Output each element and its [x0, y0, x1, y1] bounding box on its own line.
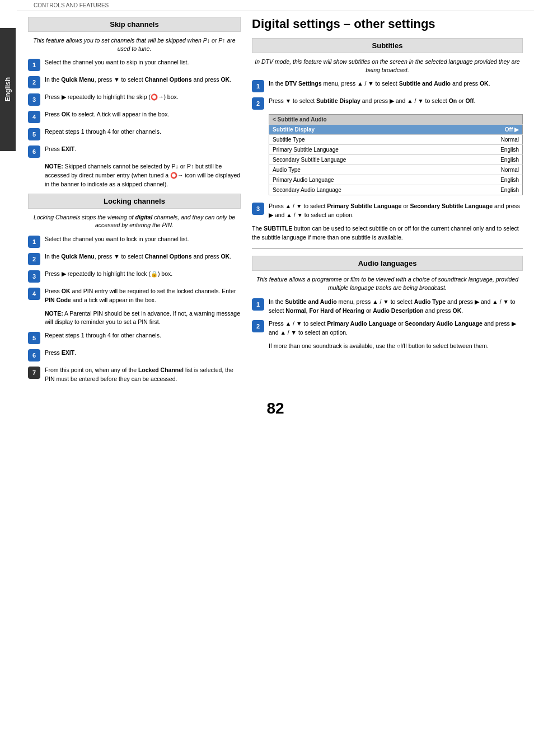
secondary-audio-label: Secondary Audio Language — [269, 185, 462, 195]
subtitle-display-value: Off ▶ — [462, 125, 523, 135]
skip-step-4-text: Press OK to select. A tick will appear i… — [45, 110, 169, 119]
locking-channels-section: Locking channels Locking Channels stops … — [28, 194, 241, 384]
sub-step-1: 1 In the DTV Settings menu, press ▲ / ▼ … — [252, 79, 523, 92]
two-column-layout: Skip channels This feature allows you to… — [28, 17, 523, 388]
main-section-title: Digital settings – other settings — [252, 17, 523, 31]
table-row-subtitle-display: Subtitle Display Off ▶ — [269, 125, 523, 135]
audio-description: This feature allows a programme or film … — [252, 275, 523, 292]
table-row-secondary-subtitle: Secondary Subtitle Language English — [269, 155, 523, 165]
page-number: 82 — [28, 400, 523, 417]
lock-step-2-text: In the Quick Menu, press ▼ to select Cha… — [45, 252, 231, 261]
skip-channels-title: Skip channels — [28, 17, 241, 32]
sub-step-3-text: Press ▲ / ▼ to select Primary Subtitle L… — [269, 202, 523, 220]
step-num-1: 1 — [28, 59, 40, 71]
lock-step-5-text: Repeat steps 1 through 4 for other chann… — [45, 331, 161, 340]
main-content: Skip channels This feature allows you to… — [17, 11, 534, 429]
locking-channels-title: Locking channels — [28, 194, 241, 209]
lock-step-6: 6 Press EXIT. — [28, 349, 241, 361]
step-num-6: 6 — [28, 145, 40, 158]
audio-step-1: 1 In the Subtitle and Audio menu, press … — [252, 298, 523, 316]
lock-step-6-text: Press EXIT. — [45, 349, 76, 358]
audio-languages-section: Audio languages This feature allows a pr… — [252, 256, 523, 350]
lock-step-num-3: 3 — [28, 270, 40, 283]
locking-description: Locking Channels stops the viewing of di… — [28, 213, 241, 229]
lock-step-2: 2 In the Quick Menu, press ▼ to select C… — [28, 252, 241, 265]
primary-subtitle-label: Primary Subtitle Language — [269, 145, 462, 155]
skip-channels-description: This feature allows you to set channels … — [28, 36, 241, 53]
skip-step-2: 2 In the Quick Menu, press ▼ to select C… — [28, 76, 241, 88]
skip-step-6-text: Press EXIT. — [45, 145, 76, 154]
lock-step-4: 4 Press OK and PIN entry will be require… — [28, 287, 241, 305]
subtitles-description: In DTV mode, this feature will show subt… — [252, 58, 523, 74]
table-row-primary-audio: Primary Audio Language English — [269, 175, 523, 185]
step-num-2: 2 — [28, 76, 40, 88]
audio-step-num-1: 1 — [252, 298, 264, 311]
skip-step-3: 3 Press ▶ repeatedly to highlight the sk… — [28, 93, 241, 106]
subtitle-table-container: < Subtitle and Audio Subtitle Display Of… — [269, 114, 523, 195]
sub-step-2: 2 Press ▼ to select Subtitle Display and… — [252, 97, 523, 110]
subtitle-type-label: Subtitle Type — [269, 135, 462, 145]
skip-note: NOTE: Skipped channels cannot be selecte… — [45, 162, 241, 189]
sub-step-3: 3 Press ▲ / ▼ to select Primary Subtitle… — [252, 202, 523, 220]
primary-audio-value: English — [462, 175, 523, 185]
step-num-4: 4 — [28, 111, 40, 123]
skip-step-6: 6 Press EXIT. — [28, 145, 241, 158]
lock-step-4-text: Press OK and PIN entry will be required … — [45, 287, 241, 305]
skip-step-2-text: In the Quick Menu, press ▼ to select Cha… — [45, 76, 231, 84]
side-tab-label: English — [4, 77, 12, 101]
secondary-audio-value: English — [462, 185, 523, 195]
right-column: Digital settings – other settings Subtit… — [252, 17, 523, 388]
primary-subtitle-value: English — [462, 145, 523, 155]
page: CONTROLS AND FEATURES English Skip chann… — [0, 0, 534, 756]
lock-step-1-text: Select the channel you want to lock in y… — [45, 235, 189, 244]
page-header: CONTROLS AND FEATURES — [17, 0, 534, 11]
audio-type-value: Normal — [462, 165, 523, 175]
lock-step-7-text: From this point on, when any of the Lock… — [45, 366, 241, 384]
lock-step-3-text: Press ▶ repeatedly to highlight the lock… — [45, 270, 172, 279]
side-tab: English — [0, 28, 16, 151]
audio-step-2: 2 Press ▲ / ▼ to select Primary Audio La… — [252, 320, 523, 337]
skip-step-1: 1 Select the channel you want to skip in… — [28, 58, 241, 71]
audio-languages-title: Audio languages — [252, 256, 523, 271]
lock-step-num-1: 1 — [28, 236, 40, 248]
left-column: Skip channels This feature allows you to… — [28, 17, 241, 388]
lock-step-3: 3 Press ▶ repeatedly to highlight the lo… — [28, 270, 241, 283]
step-num-3: 3 — [28, 93, 40, 106]
lock-step-num-6: 6 — [28, 349, 40, 361]
table-header-row: < Subtitle and Audio — [269, 115, 523, 125]
lock-step-7: 7 From this point on, when any of the Lo… — [28, 366, 241, 384]
audio-step-1-text: In the Subtitle and Audio menu, press ▲ … — [269, 298, 523, 316]
secondary-subtitle-label: Secondary Subtitle Language — [269, 155, 462, 165]
lock-step-5: 5 Repeat steps 1 through 4 for other cha… — [28, 331, 241, 344]
skip-step-3-text: Press ▶ repeatedly to highlight the skip… — [45, 93, 179, 102]
lock-step-num-5: 5 — [28, 332, 40, 344]
primary-audio-label: Primary Audio Language — [269, 175, 462, 185]
subtitle-audio-table: < Subtitle and Audio Subtitle Display Of… — [269, 114, 523, 195]
sub-step-num-2: 2 — [252, 97, 264, 110]
lock-step-1: 1 Select the channel you want to lock in… — [28, 235, 241, 248]
skip-step-5-text: Repeat steps 1 through 4 for other chann… — [45, 128, 161, 137]
skip-channels-section: Skip channels This feature allows you to… — [28, 17, 241, 189]
audio-note: If more than one soundtrack is available… — [269, 342, 523, 351]
sub-step-1-text: In the DTV Settings menu, press ▲ / ▼ to… — [269, 79, 490, 88]
audio-step-2-text: Press ▲ / ▼ to select Primary Audio Lang… — [269, 320, 523, 337]
step-num-5: 5 — [28, 128, 40, 140]
subtitles-section: Subtitles In DTV mode, this feature will… — [252, 38, 523, 242]
header-label: CONTROLS AND FEATURES — [34, 2, 109, 8]
lock-step-num-7: 7 — [28, 367, 40, 379]
audio-type-label: Audio Type — [269, 165, 462, 175]
lock-note: NOTE: A Parental PIN should be set in ad… — [45, 309, 241, 327]
table-row-secondary-audio: Secondary Audio Language English — [269, 185, 523, 195]
sub-step-num-1: 1 — [252, 80, 264, 92]
table-row-subtitle-type: Subtitle Type Normal — [269, 135, 523, 145]
table-header-cell: < Subtitle and Audio — [269, 115, 523, 125]
subtitle-display-label: Subtitle Display — [269, 125, 462, 135]
sub-step-num-3: 3 — [252, 203, 264, 215]
lock-step-num-2: 2 — [28, 253, 40, 265]
skip-step-5: 5 Repeat steps 1 through 4 for other cha… — [28, 128, 241, 140]
subtitle-note: The SUBTITLE button can be used to selec… — [252, 224, 523, 242]
skip-step-1-text: Select the channel you want to skip in y… — [45, 58, 189, 67]
subtitles-title: Subtitles — [252, 38, 523, 53]
lock-step-num-4: 4 — [28, 288, 40, 300]
skip-step-4: 4 Press OK to select. A tick will appear… — [28, 110, 241, 123]
